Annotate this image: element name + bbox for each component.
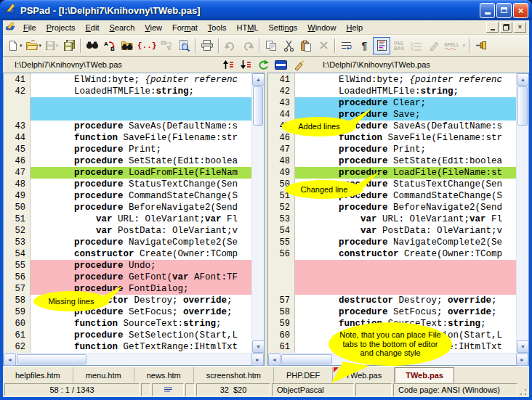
code-line: 51 var URL: OleVariant;var Fl xyxy=(4,213,251,225)
find-button[interactable] xyxy=(84,37,101,54)
print-preview-button[interactable] xyxy=(175,37,193,54)
line-number: 57 xyxy=(4,283,31,295)
split-view-icon[interactable] xyxy=(275,60,287,70)
highlight-pen-icon xyxy=(429,40,440,51)
edit-mode-icon[interactable] xyxy=(293,60,305,70)
scroll-up-arrow[interactable]: ▲ xyxy=(517,73,528,86)
save-file-button: ▾ xyxy=(43,37,60,54)
code-text: function SaveFile(Filename:str xyxy=(31,132,251,144)
line-number: 42 xyxy=(4,86,31,97)
diff-header-bar: I:\Delphi7\Knihovny\TWeb.pas I:\Delphi7\… xyxy=(3,57,529,73)
scroll-thumb[interactable] xyxy=(517,86,528,126)
status-cursor-position: 58 : 1 / 1343 xyxy=(4,383,140,396)
menu-view[interactable]: View xyxy=(140,22,167,33)
word-wrap-button[interactable] xyxy=(338,37,355,54)
mdi-close-button[interactable]: × xyxy=(514,22,526,33)
maximize-button[interactable] xyxy=(496,3,512,18)
dropdown-arrow-icon: ▾ xyxy=(56,43,59,49)
line-number: 44 xyxy=(268,109,295,121)
save-all-button[interactable] xyxy=(60,37,78,54)
code-line: 52 procedure BeforeNavigate2(Send xyxy=(268,202,516,213)
next-difference-icon[interactable] xyxy=(240,60,251,70)
print-button[interactable] xyxy=(198,37,216,54)
show-formatting-button[interactable]: ¶ xyxy=(355,37,373,54)
code-text: var PostData: OleVariant;v xyxy=(295,225,516,237)
scroll-up-arrow[interactable]: ▲ xyxy=(252,73,264,86)
code-braces-button[interactable]: {..} xyxy=(136,37,158,54)
mdi-restore-icon xyxy=(503,24,509,30)
scroll-down-arrow[interactable]: ▼ xyxy=(252,340,264,353)
toolbar-separator xyxy=(80,38,81,53)
scroll-thumb[interactable] xyxy=(17,354,86,364)
replace-button[interactable]: AB xyxy=(101,37,118,54)
menu-format[interactable]: Format xyxy=(167,22,203,33)
spell-check-icon: SPELL xyxy=(444,41,462,51)
code-text: procedure BeforeNavigate2(Send xyxy=(31,202,251,213)
prev-difference-icon[interactable] xyxy=(222,60,234,70)
replace-icon: AB xyxy=(103,40,116,52)
code-line: 43 procedure Clear; xyxy=(268,97,516,109)
file-tab-menu-htm[interactable]: menu.htm xyxy=(73,367,134,383)
scroll-thumb[interactable] xyxy=(281,354,332,364)
close-button[interactable]: × xyxy=(513,3,528,18)
mdi-minimize-icon xyxy=(491,29,495,30)
syntax-highlight-button[interactable] xyxy=(373,37,390,54)
file-tab-helpfiles-htm[interactable]: helpfiles.htm xyxy=(3,367,73,383)
file-tab-news-htm[interactable]: news.htm xyxy=(134,367,194,383)
copy-button[interactable] xyxy=(262,37,280,54)
scroll-right-arrow[interactable]: ► xyxy=(251,354,264,366)
menu-tools[interactable]: Tools xyxy=(203,22,232,33)
menu-settings[interactable]: Settings xyxy=(264,22,303,33)
stay-on-top-button[interactable] xyxy=(472,37,490,54)
status-spacer xyxy=(141,383,150,396)
menu-file[interactable]: File xyxy=(18,22,41,33)
code-line: 48 procedure SetState(Edit:boolea xyxy=(268,155,516,167)
code-text: constructor Create(Owner:TComp xyxy=(31,248,251,260)
minimize-button[interactable] xyxy=(480,3,495,18)
scroll-left-arrow[interactable]: ◄ xyxy=(268,354,281,366)
code-line: 60 function SourceText:string; xyxy=(4,318,251,330)
mdi-minimize-button[interactable] xyxy=(486,22,499,33)
file-tab-label: TWeb.pas xyxy=(406,371,443,380)
code-case-icon: PASBAS xyxy=(393,40,406,51)
new-file-button[interactable]: ▾ xyxy=(6,37,24,54)
open-file-button[interactable]: ▾ xyxy=(24,37,44,54)
menu-edit[interactable]: Edit xyxy=(81,22,105,33)
menu-projects[interactable]: Projects xyxy=(41,22,81,33)
menu-html[interactable]: HTML xyxy=(232,22,264,33)
code-line: 42 LoadedHTMLFile:string; xyxy=(268,86,516,97)
scroll-right-arrow[interactable]: ► xyxy=(516,354,528,366)
menu-window[interactable]: Window xyxy=(302,22,341,33)
window-title: PSPad - [I:\Delphi7\Knihovny\TWeb.pas] xyxy=(20,5,478,16)
left-editor-pane[interactable]: 41 ElWind:byte; {pointer referenc42 Load… xyxy=(3,73,265,366)
right-vertical-scrollbar[interactable]: ▲ ▼ xyxy=(516,73,528,353)
line-number: 45 xyxy=(4,144,31,155)
menu-help[interactable]: Help xyxy=(341,22,368,33)
resize-grip[interactable] xyxy=(517,383,528,396)
line-number: 41 xyxy=(268,74,295,86)
status-char-code: 32 $20 xyxy=(196,383,270,396)
file-tab-screenshot-htm[interactable]: screenshot.htm xyxy=(194,367,274,383)
scroll-left-arrow[interactable]: ◄ xyxy=(4,354,16,366)
file-tab-php-def[interactable]: PHP.DEF xyxy=(274,367,333,383)
menu-bar: FileProjectsEditSearchViewFormatToolsHTM… xyxy=(3,20,529,35)
highlight-pen-button xyxy=(425,37,443,54)
file-tab-tweb-pas[interactable]: TWeb.pas xyxy=(395,367,454,383)
diff-gap xyxy=(268,260,516,295)
left-vertical-scrollbar[interactable]: ▲ ▼ xyxy=(251,73,264,353)
code-line: 57 destructor Destroy; override; xyxy=(268,295,516,306)
code-text: procedure NavigateComplete2(Se xyxy=(31,237,251,248)
left-horizontal-scrollbar[interactable]: ◄ ► xyxy=(4,353,264,365)
code-text: var URL: OleVariant;var Fl xyxy=(31,213,251,225)
find-in-files-button[interactable] xyxy=(118,37,136,54)
code-text: procedure LoadFromFile(FileNam xyxy=(31,167,251,179)
line-number: 49 xyxy=(268,167,295,179)
scroll-thumb[interactable] xyxy=(253,86,263,126)
paste-button[interactable] xyxy=(297,37,315,54)
callout-changed-line: Changed line xyxy=(285,180,363,199)
mdi-restore-button[interactable] xyxy=(500,22,512,33)
cut-button[interactable] xyxy=(280,37,297,54)
scroll-down-arrow[interactable]: ▼ xyxy=(517,340,528,353)
recompare-icon[interactable] xyxy=(257,60,269,70)
menu-search[interactable]: Search xyxy=(104,22,140,33)
